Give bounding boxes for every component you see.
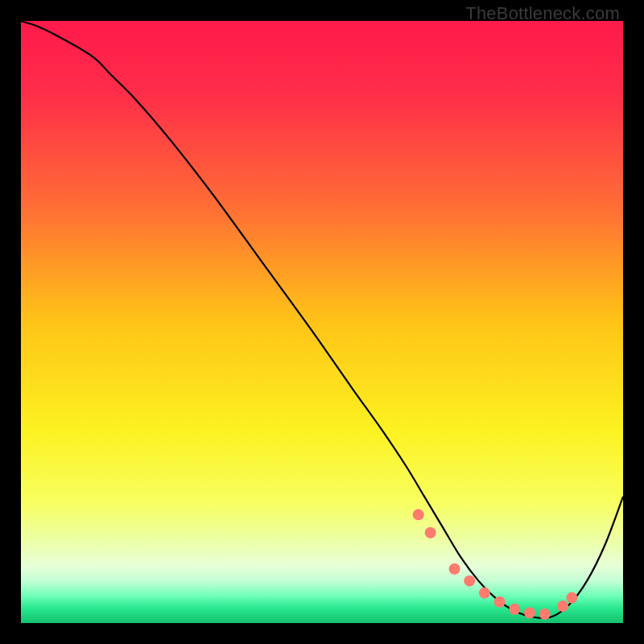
highlight-point [479, 588, 490, 599]
chart-background [21, 21, 623, 623]
highlight-point [464, 576, 475, 587]
chart-svg [21, 21, 623, 623]
highlight-point [413, 509, 424, 520]
highlight-point [449, 564, 460, 575]
chart-frame [21, 21, 623, 623]
highlight-point [557, 601, 568, 612]
highlight-point [509, 604, 520, 615]
highlight-point [425, 527, 436, 539]
highlight-point [539, 609, 551, 620]
highlight-point [524, 607, 535, 618]
highlight-point [494, 597, 506, 608]
highlight-point [566, 592, 577, 604]
watermark-text: TheBottleneck.com [465, 3, 620, 24]
